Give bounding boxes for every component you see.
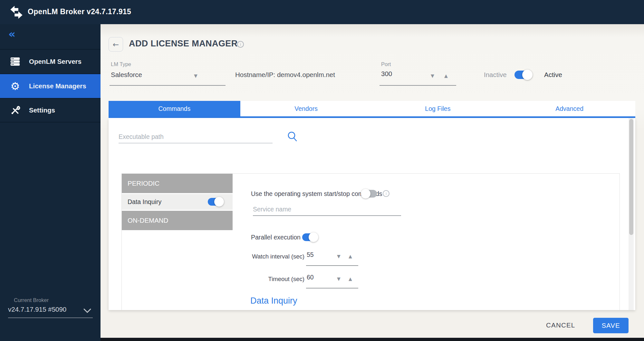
save-button[interactable]: SAVE [593, 318, 629, 333]
port-label: Port [381, 61, 391, 67]
timeout-decrement-icon[interactable]: ▼ [337, 277, 341, 281]
os-commands-info-icon[interactable]: i [383, 190, 389, 197]
port-input[interactable] [381, 70, 420, 78]
group-header-on-demand[interactable]: ON-DEMAND [122, 211, 233, 230]
toggle-knob [522, 70, 533, 80]
sidebar-item-license-managers[interactable]: ⚙ License Managers [0, 73, 101, 98]
lm-type-label: LM Type [111, 61, 131, 67]
sidebar-item-label: Settings [29, 106, 55, 114]
data-inquiry-section-heading: Data Inquiry [250, 296, 297, 306]
cancel-button[interactable]: CANCEL [546, 321, 575, 329]
tab-log-files[interactable]: Log Files [372, 101, 504, 116]
chevron-down-icon [83, 308, 91, 313]
data-inquiry-label: Data Inquiry [128, 198, 161, 206]
dropdown-arrow-icon: ▼ [194, 73, 197, 78]
os-commands-toggle[interactable] [361, 190, 377, 198]
servers-icon [9, 56, 21, 67]
sidebar-item-label: OpenLM Servers [29, 58, 82, 65]
timeout-input[interactable] [307, 274, 335, 281]
sidebar-item-settings[interactable]: Settings [0, 98, 101, 122]
current-broker-label: Current Broker [14, 297, 49, 303]
status-active-label: Active [544, 71, 562, 79]
tab-vendors[interactable]: Vendors [240, 101, 372, 116]
tab-advanced[interactable]: Advanced [504, 101, 635, 116]
watch-interval-input[interactable] [307, 251, 335, 258]
openlm-logo-icon [9, 5, 24, 20]
lm-type-field[interactable]: LM Type Salesforce ▼ [110, 60, 226, 86]
app-window: OpenLM Broker v24.7.17.915 « [0, 0, 644, 341]
current-broker-value: v24.7.17.915 #5090 [8, 306, 66, 313]
toggle-knob [214, 197, 224, 207]
port-field: Port ▼ ▲ [380, 60, 456, 86]
app-title: OpenLM Broker v24.7.17.915 [28, 7, 131, 16]
parallel-execution-toggle[interactable] [302, 233, 318, 241]
tab-commands[interactable]: Commands [109, 101, 240, 116]
lm-type-value: Salesforce [111, 71, 142, 79]
current-broker-selector[interactable]: v24.7.17.915 #5090 [0, 304, 101, 320]
scrollbar-thumb[interactable] [629, 119, 633, 235]
watch-interval-decrement-icon[interactable]: ▼ [337, 254, 341, 258]
status-inactive-label: Inactive [484, 71, 507, 79]
broker-underline [8, 317, 93, 318]
hostname-text: Hostname/IP: demov4.openlm.net [235, 71, 335, 79]
tab-bar: Commands Vendors Log Files Advanced [109, 101, 635, 118]
gear-icon: ⚙ [9, 81, 21, 92]
back-button[interactable]: ← [109, 37, 123, 52]
service-name-input[interactable] [253, 203, 401, 216]
status-toggle[interactable] [514, 71, 532, 79]
tools-icon [9, 105, 21, 115]
group-header-periodic[interactable]: PERIODIC [122, 174, 233, 193]
toggle-knob [309, 232, 318, 242]
timeout-increment-icon[interactable]: ▲ [349, 277, 352, 281]
timeout-label: Timeout (sec) [250, 276, 304, 283]
watch-interval-label: Watch interval (sec) [250, 253, 304, 260]
search-icon[interactable] [286, 130, 299, 144]
collapse-sidebar-icon[interactable]: « [8, 28, 15, 39]
data-inquiry-toggle[interactable] [208, 198, 223, 206]
executable-path-input[interactable] [119, 131, 273, 143]
page-info-icon[interactable]: i [237, 41, 244, 48]
page-title: ADD LICENSE MANAGER [129, 39, 238, 49]
port-increment-icon[interactable]: ▲ [444, 73, 448, 78]
port-decrement-icon[interactable]: ▼ [431, 73, 434, 78]
sidebar-item-label: License Managers [29, 82, 86, 90]
watch-interval-increment-icon[interactable]: ▲ [349, 254, 352, 258]
toggle-knob [361, 189, 370, 199]
top-bar: OpenLM Broker v24.7.17.915 [0, 0, 644, 24]
parallel-execution-label: Parallel execution [251, 234, 301, 241]
sidebar-item-openlm-servers[interactable]: OpenLM Servers [0, 49, 101, 73]
sidebar: « OpenLM Servers [0, 24, 101, 341]
